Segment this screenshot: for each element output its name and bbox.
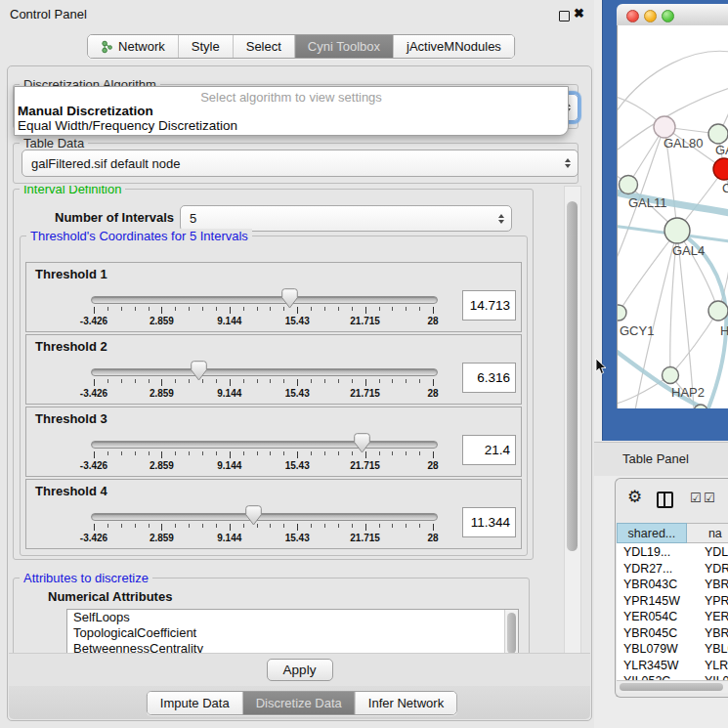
tick-label: 2.859 [132,533,191,543]
horizontal-scrollbar[interactable] [617,680,728,693]
cell-shared-name: YBR045C [617,626,699,643]
table-row[interactable]: YBR045CYBR0 [617,626,728,643]
network-graph: GAL80GACGAL11GAL4GCY1HHAP2 [617,25,728,408]
network-view-window: GAL80GACGAL11GAL4GCY1HHAP2 [602,0,728,441]
table-row[interactable]: YBL079WYBL0 [617,642,728,659]
control-panel: Control Panel ✖ NetworkStyleSelectCyni T… [0,0,594,728]
vertical-scrollbar[interactable] [564,186,581,654]
table-data-combo-value: galFiltered.sif default node [31,156,180,171]
minimize-traffic-light[interactable] [644,10,657,22]
table-panel: ⚙ ☑ ☑ shared... na YDL19...YDL1YDR27...Y… [615,478,728,698]
close-traffic-light[interactable] [626,10,639,22]
dropdown-prompt: Select algorithm to view settings [15,90,568,105]
network-node[interactable] [620,176,638,194]
table-row[interactable]: YPR145WYPR1 [617,594,728,611]
slider-handle[interactable] [281,288,298,309]
slider-track[interactable] [91,296,438,304]
tick-label: 2.859 [132,388,191,399]
network-node[interactable] [713,158,728,180]
tab-network[interactable]: Network [88,35,179,58]
network-node[interactable] [664,218,690,243]
checkbox-icon[interactable]: ☑ [704,492,715,504]
zoom-traffic-light[interactable] [662,10,674,22]
tab-label: Network [118,39,165,54]
threshold-panel: Threshold 3-3.4262.8599.14415.4321.71528… [25,407,522,477]
table-row[interactable]: YLR345WYLR3 [617,659,728,675]
tab-discretize-data[interactable]: Discretize Data [243,692,356,714]
table-body[interactable]: YDL19...YDL1YDR27...YDR2YBR043CYBR0YPR14… [617,543,728,680]
cell-name: YPR1 [699,594,728,611]
bottom-tab-bar: Impute DataDiscretize DataInfer Network [147,691,457,715]
column-header-name[interactable]: na [687,523,728,543]
node-label: GA [715,143,728,157]
tab-select[interactable]: Select [234,35,295,58]
tab-style[interactable]: Style [179,35,234,58]
table-row[interactable]: YBR043CYBR0 [617,578,728,594]
network-node[interactable] [708,301,728,321]
attribute-item[interactable]: SelfLoops [67,610,518,625]
tab-impute-data[interactable]: Impute Data [148,692,243,714]
network-node[interactable] [708,124,728,144]
checkbox-icon[interactable]: ☑ [690,492,702,504]
tab-infer-network[interactable]: Infer Network [356,692,456,714]
attribute-item[interactable]: BetweennessCentrality [67,641,518,653]
threshold-value-field[interactable]: 6.316 [462,363,516,393]
combo-arrows-icon [565,158,571,168]
tick-label: 21.715 [336,460,395,471]
threshold-value-field[interactable]: 14.713 [462,290,516,321]
cell-name: YER0 [699,610,728,626]
attribute-item[interactable]: TopologicalCoefficient [67,625,518,641]
slider-handle[interactable] [354,433,370,453]
float-window-icon[interactable] [559,11,570,21]
table-header: shared... na [617,523,728,543]
network-node[interactable] [663,367,679,384]
network-window-titlebar[interactable] [617,4,728,26]
dropdown-item-equal-width[interactable]: Equal Width/Frequency Discretization [18,118,237,133]
node-label: HAP2 [671,385,705,400]
network-node[interactable] [617,305,626,321]
tick-label: -3.426 [64,533,123,543]
scrollbar-thumb[interactable] [620,683,723,691]
thresholds-group: Threshold's Coordinates for 5 Intervals … [20,236,528,556]
attributes-list-scrollbar[interactable] [504,610,518,653]
cell-name: YBL0 [699,642,728,659]
columns-icon[interactable] [657,492,673,508]
threshold-panel: Threshold 1-3.4262.8599.14415.4321.71528… [25,262,522,332]
attributes-list[interactable]: SelfLoopsTopologicalCoefficientBetweenne… [66,609,519,653]
table-row[interactable]: YDR27...YDR2 [617,562,728,578]
thresholds-group-title: Threshold's Coordinates for 5 Intervals [26,229,252,243]
network-node[interactable] [654,116,675,138]
attributes-group: Attributes to discretize Numerical Attri… [13,578,530,653]
slider-handle[interactable] [245,505,262,526]
num-intervals-combo[interactable]: 5 [180,205,512,232]
table-row[interactable]: YDL19...YDL1 [617,545,728,562]
threshold-value-field[interactable]: 21.4 [462,435,516,465]
gear-icon[interactable]: ⚙ [627,487,642,507]
slider-track[interactable] [91,513,438,521]
threshold-panel: Threshold 2-3.4262.8599.14415.4321.71528… [25,334,522,405]
cell-shared-name: YBL079W [617,642,699,659]
slider-handle[interactable] [191,361,207,381]
node-label: C [722,181,728,195]
threshold-label: Threshold 1 [35,267,107,281]
scrollbar-thumb[interactable] [567,201,578,551]
slider-track[interactable] [91,368,438,376]
column-header-shared-name[interactable]: shared... [617,523,687,543]
close-icon[interactable]: ✖ [574,6,584,21]
dropdown-item-manual[interactable]: Manual Discretization [18,104,153,118]
tab-label: Infer Network [368,696,444,710]
tab-cyni-toolbox[interactable]: Cyni Toolbox [295,35,394,58]
apply-button[interactable]: Apply [267,659,333,681]
tab-label: Select [246,39,281,54]
threshold-value-field[interactable]: 11.344 [462,507,516,537]
node-label: GAL80 [664,136,703,150]
table-data-combo[interactable]: galFiltered.sif default node [21,150,578,177]
tick-label: 28 [404,533,462,543]
network-canvas[interactable]: GAL80GACGAL11GAL4GCY1HHAP2 [617,25,728,408]
num-intervals-value: 5 [190,211,196,226]
slider-track[interactable] [91,441,438,449]
tick-label: 21.715 [336,316,395,326]
tab-jactivemnodules[interactable]: jActiveMNodules [394,35,514,58]
tick-label: 28 [404,316,462,326]
table-row[interactable]: YER054CYER0 [617,610,728,626]
